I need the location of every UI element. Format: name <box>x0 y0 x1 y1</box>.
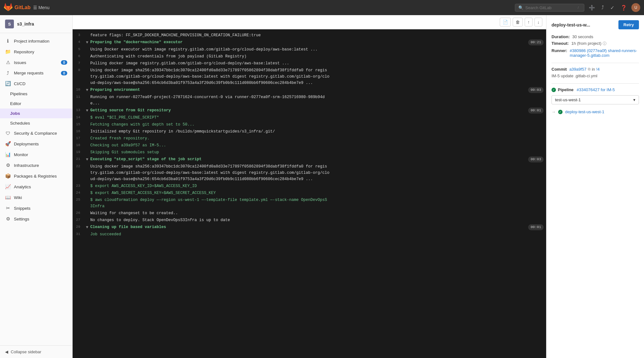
navbar: GitLab ☰ Menu 🔍 / ➕ ⤴ ✓ ❓ U <box>0 0 644 15</box>
sidebar-item-label: Settings <box>14 217 29 221</box>
sidebar: S s3_infra ℹ Project information 📁 Repos… <box>0 15 73 358</box>
log-text: Skipping Git submodules setup <box>90 149 546 156</box>
raw-log-button[interactable]: 📄 <box>500 18 511 26</box>
sidebar-item-monitor[interactable]: 📊 Monitor <box>0 149 72 160</box>
copy-icon[interactable]: ⧉ <box>588 67 591 71</box>
user-avatar-icon[interactable]: U <box>631 3 640 12</box>
project-avatar: S <box>5 20 14 28</box>
sidebar-item-analytics[interactable]: 📈 Analytics <box>0 181 72 192</box>
section-toggle[interactable]: ▼ <box>84 156 90 163</box>
monitor-icon: 📊 <box>5 152 11 157</box>
line-number: 16 <box>73 128 84 134</box>
commit-message: IM-5 update .gitlab-ci.yml <box>552 73 597 78</box>
log-timestamp: 00:01 <box>528 108 544 114</box>
line-toggle-spacer <box>84 135 90 136</box>
log-line: 5 Using Docker executor with image regis… <box>73 46 546 53</box>
duration-label: Duration: <box>552 34 570 39</box>
log-line: 19 Skipping Git submodules setup <box>73 149 546 156</box>
sidebar-item-merge-requests[interactable]: ⤴ Merge requests 0 <box>0 68 72 78</box>
scroll-bottom-button[interactable]: ↓ <box>534 18 542 26</box>
collapse-icon: ◀ <box>5 349 8 354</box>
merge-request-icon[interactable]: ⤴ <box>599 5 606 10</box>
log-text: $ aws cloudformation deploy —-region us-… <box>90 197 546 209</box>
sidebar-item-jobs[interactable]: Jobs <box>0 109 72 118</box>
log-text: Fetching changes with git depth set to 5… <box>90 121 546 128</box>
cicd-icon: 🔄 <box>5 81 11 86</box>
current-job-link[interactable]: deploy-test-us-west-1 <box>565 109 604 114</box>
right-panel-header: deploy-test-us-w... Retry <box>552 20 639 29</box>
settings-icon: ⚙ <box>5 216 11 222</box>
sidebar-item-pipelines[interactable]: Pipelines <box>0 89 72 99</box>
line-number: 4 <box>73 39 84 45</box>
sidebar-item-label: Security & Compliance <box>14 131 57 136</box>
branch-dropdown[interactable]: test-us-west-1 ▾ <box>552 95 639 104</box>
job-meta: Duration: 30 seconds Timeout: 1h (from p… <box>552 34 639 58</box>
log-line: 27 No changes to deploy. Stack OpenDevOp… <box>73 217 546 224</box>
timeout-row: Timeout: 1h (from project) ⓘ <box>552 41 639 46</box>
scroll-top-button[interactable]: ↑ <box>525 18 533 26</box>
section-toggle[interactable]: ▼ <box>84 107 90 114</box>
runner-link[interactable]: #380986 (0277ea0f) shared-runners-manage… <box>570 48 639 58</box>
search-input[interactable] <box>525 5 576 10</box>
plus-icon[interactable]: ➕ <box>587 5 597 11</box>
sidebar-item-editor[interactable]: Editor <box>0 99 72 109</box>
sidebar-item-label: Analytics <box>14 185 31 189</box>
line-number: 5 <box>73 46 84 52</box>
sidebar-item-issues[interactable]: ⚠ Issues 0 <box>0 57 72 68</box>
sidebar-item-snippets[interactable]: ✂ Snippets <box>0 203 72 214</box>
log-line: 18 Checking out a39a9f57 as IM-5... <box>73 142 546 149</box>
sidebar-item-project-information[interactable]: ℹ Project information <box>0 36 72 46</box>
sidebar-item-security-compliance[interactable]: 🛡 Security & Compliance <box>0 128 72 138</box>
sidebar-item-schedules[interactable]: Schedules <box>0 118 72 128</box>
deployments-icon: 🚀 <box>5 141 11 147</box>
section-toggle[interactable]: ▼ <box>84 39 90 46</box>
help-icon[interactable]: ❓ <box>619 5 629 11</box>
sidebar-item-wiki[interactable]: 📖 Wiki <box>0 192 72 203</box>
menu-button[interactable]: ☰ Menu <box>33 5 50 10</box>
log-line: 22 Using docker image sha256:a39347bbc1d… <box>73 163 546 183</box>
retry-button[interactable]: Retry <box>618 20 639 29</box>
snippets-icon: ✂ <box>5 205 11 211</box>
section-toggle[interactable]: ▼ <box>84 224 90 231</box>
log-line: 16 Initialized empty Git repository in /… <box>73 128 546 135</box>
gitlab-wordmark: GitLab <box>15 5 31 10</box>
erase-log-button[interactable]: 🗑 <box>513 18 523 26</box>
sidebar-item-settings[interactable]: ⚙ Settings <box>0 214 72 224</box>
repository-icon: 📁 <box>5 49 11 55</box>
timeout-info-icon[interactable]: ⓘ <box>603 41 606 46</box>
main-layout: S s3_infra ℹ Project information 📁 Repos… <box>0 15 644 358</box>
sidebar-item-packages-registries[interactable]: 📦 Packages & Registries <box>0 171 72 181</box>
duration-value: 30 seconds <box>572 34 593 39</box>
sidebar-item-label: Repository <box>14 50 34 54</box>
section-toggle[interactable]: ▼ <box>84 87 90 93</box>
right-panel: deploy-test-us-w... Retry Duration: 30 s… <box>546 15 644 358</box>
security-icon: 🛡 <box>5 131 11 136</box>
log-timestamp: 00:01 <box>528 224 544 231</box>
log-text: Preparing environment <box>90 87 528 93</box>
current-job-row: → deploy-test-us-west-1 <box>552 108 639 115</box>
commit-branch-link[interactable]: !4 <box>596 67 600 72</box>
gitlab-logo[interactable]: GitLab <box>4 3 31 12</box>
project-header[interactable]: S s3_infra <box>0 15 72 33</box>
sidebar-item-infrastructure[interactable]: ⚙ Infrastructure <box>0 160 72 171</box>
line-toggle-spacer <box>84 210 90 210</box>
menu-label: Menu <box>39 5 50 10</box>
commit-hash-link[interactable]: a39a9f57 <box>569 67 586 72</box>
line-toggle-spacer <box>84 183 90 183</box>
log-text: $ export AWS_SECRET_ACCESS_KEY=$AWS_SECR… <box>90 190 546 196</box>
todo-icon[interactable]: ✓ <box>608 5 616 11</box>
line-number: 7 <box>73 60 84 66</box>
sidebar-item-repository[interactable]: 📁 Repository <box>0 46 72 57</box>
line-number: 19 <box>73 149 84 155</box>
collapse-sidebar-button[interactable]: ◀ Collapse sidebar <box>0 345 72 358</box>
sidebar-item-label: Schedules <box>10 121 30 126</box>
search-bar[interactable]: 🔍 / <box>515 4 584 12</box>
sidebar-item-deployments[interactable]: 🚀 Deployments <box>0 138 72 149</box>
sidebar-item-label: Infrastructure <box>14 163 39 168</box>
pipeline-label: Pipeline <box>558 87 574 92</box>
pipeline-link[interactable]: #334076427 for IM-5 <box>577 87 615 92</box>
log-text: Executing "step_script" stage of the job… <box>90 156 528 162</box>
log-line-section: 13 ▼ Getting source from Git repository … <box>73 107 546 114</box>
commit-branch-prefix: in <box>592 67 595 72</box>
sidebar-item-cicd[interactable]: 🔄 CI/CD <box>0 78 72 89</box>
